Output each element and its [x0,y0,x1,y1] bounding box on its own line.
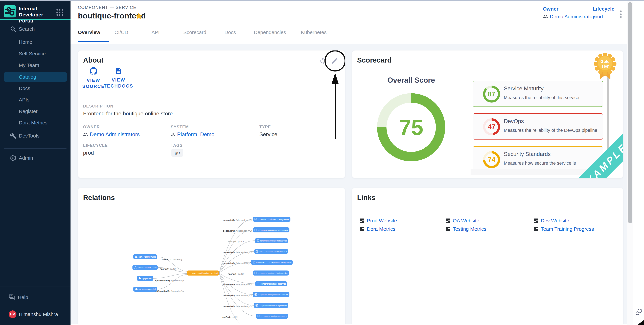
overall-score-label: Overall Score [378,76,445,84]
chat-bubbles-icon[interactable] [635,308,643,316]
graph-node-component-boutique-adservice[interactable]: component:boutique-adservice [255,281,287,286]
sidebar-item-self-service[interactable]: Self Service [0,49,70,58]
link-team-training-progress[interactable]: Team Training Progress [533,226,594,232]
tab-overview[interactable]: Overview [78,29,100,35]
graph-node-component-boutique-shippingservice[interactable]: component:boutique-shippingservice [253,271,289,276]
metric-name: Service Maturity [504,85,544,92]
graph-node-api-starwars-graphql[interactable]: api:starwars-graphql [133,287,157,292]
svg-text:component:boutique-loadgenerat: component:boutique-loadgenerator [259,304,287,307]
graph-node-component-boutique-currencyservice[interactable]: component:boutique-currencyservice [253,217,290,222]
lifecycle-field-value: prod [83,150,94,156]
section-divider [4,148,66,149]
relations-graph[interactable]: ownerOf / ownedByhasPart / partOfapiProv… [78,188,345,324]
app-title: Internal Developer Portal [19,6,56,24]
view-techdocs-button[interactable]: VIEWTECHDOCS [100,67,137,89]
breadcrumb: COMPONENT — SERVICE [78,5,136,10]
link-dora-metrics[interactable]: Dora Metrics [360,226,395,232]
metric-name: Security Standards [504,151,551,157]
graph-node-component-bouticue-procuctcatalogservice[interactable]: component:bouticue-procuctcatalogservice [251,260,292,265]
lifecycle-value: prod [593,14,603,19]
scorecard-title: Scorecard [357,56,392,64]
user-menu[interactable]: HM Himanshu Mishra [0,310,70,319]
app-logo[interactable] [4,5,16,17]
tab-ci-cd[interactable]: CI/CD [114,29,128,35]
metric-card-service-maturity[interactable]: 87Service MaturityMeasures the reliabili… [472,81,603,107]
svg-text:74: 74 [488,156,496,163]
tab-docs[interactable]: Docs [224,29,236,35]
sidebar-item-docs[interactable]: Docs [0,84,70,93]
page-scrollbar[interactable] [627,1,633,325]
sidebar-item-admin[interactable]: Admin [0,153,70,163]
svg-text:hasPart / partOf: hasPart / partOf [228,240,244,243]
sidebar-item-devtools[interactable]: DevTools [0,131,70,141]
sidebar-accent-divider [0,19,70,20]
sidebar-item-home[interactable]: Home [0,37,70,47]
tab-scorecard[interactable]: Scorecard [183,29,206,35]
refresh-icon[interactable] [319,57,326,64]
group-icon [83,132,88,137]
description-value: Frontend for the boutique online store [83,110,173,117]
graph-node-component-boutique-redisservice[interactable]: component:boutique-redisservice [255,238,288,243]
favorite-star-icon[interactable] [135,12,143,20]
tag-chip[interactable]: go [172,149,183,157]
header-lifecycle: Lifecycle prod [593,6,614,19]
edit-pencil-icon[interactable] [331,57,338,64]
type-field-label: TYPE [260,125,271,129]
graph-node-system-Platform-Demo[interactable]: system:Platform_Demo [132,265,158,270]
system-field-label: SYSTEM [171,125,189,129]
tab-dependencies[interactable]: Dependencies [254,29,286,35]
svg-text:Demo Administrators: Demo Administrators [138,256,156,258]
graph-node-component-boutique-loadgenerator[interactable]: component:boutique-loadgenerator [254,303,288,308]
owner-field-link[interactable]: Demo Administrators [83,131,140,137]
more-menu-button[interactable] [617,9,624,19]
sidebar-item-my-team[interactable]: My Team [0,60,70,70]
lifecycle-field-label: LIFECYCLE [83,143,108,148]
active-tab-underline [78,41,109,42]
graph-node-component-boutique-frontend[interactable]: component:boutique-frontend [187,271,219,276]
graph-node-component-boutique-checkoutservice[interactable]: component:boutique-checkoutservice [253,292,290,297]
github-icon [90,67,97,75]
sidebar-item-dora-metrics[interactable]: Dora Metrics [0,118,70,127]
apps-grid-icon[interactable] [56,9,63,16]
svg-text:?: ? [10,295,12,297]
svg-text:component:boutique-checkoutser: component:boutique-checkoutservice [258,294,288,296]
link-testing-metrics[interactable]: Testing Metrics [446,226,486,232]
links-card: Links Prod WebsiteQA WebsiteDev WebsiteD… [352,188,623,324]
metric-card-devops[interactable]: 47DevOpsMeasures the reliability of the … [472,113,603,140]
svg-text:ownerOf / ownedBy: ownerOf / ownedBy [162,258,182,261]
sidebar-item-apis[interactable]: APIs [0,95,70,104]
graph-node-component-boutique-emailservice[interactable]: component:boutique-emailservice [254,249,288,254]
gear-icon [10,155,16,161]
svg-text:api:petstore: api:petstore [142,277,152,280]
metric-description: Measures the reliability of this service [504,95,579,100]
metric-description: Measures the reliability of the DevOps p… [504,128,597,133]
graph-node-component-boutique-cartservice[interactable]: component:boutique-cartservice [256,314,288,319]
link-qa-website[interactable]: QA Website [446,218,479,224]
sidebar-item-help[interactable]: ? Help [0,293,70,302]
sidebar-item-catalog[interactable]: Catalog [4,72,67,82]
help-chat-icon: ? [8,294,15,301]
graph-node-api-petstore[interactable]: api:petstore [137,276,153,281]
svg-text:component:boutique-paymentserv: component:boutique-paymentservice [258,229,288,231]
entity-header: COMPONENT — SERVICE boutique-frontend Ow… [70,1,627,44]
sidebar-item-register[interactable]: Register [0,107,70,116]
svg-text:dependsOn / dependencyOf: dependsOn / dependencyOf [223,294,252,297]
tab-kubernetes[interactable]: Kubernetes [301,29,326,35]
svg-text:75: 75 [399,115,424,140]
search-icon [10,26,16,32]
tab-api[interactable]: API [152,29,160,35]
graph-node-component-boutique-paymentservice[interactable]: component:boutique-paymentservice [253,227,290,232]
svg-text:component:bouticue-procuctcata: component:bouticue-procuctcatalogservice [256,261,292,264]
svg-text:dependsOn / dependencyOf: dependsOn / dependencyOf [223,262,252,265]
owner-link[interactable]: Demo Administrators [543,14,596,19]
search-input[interactable]: Search [0,24,70,34]
scrollbar-thumb[interactable] [628,2,632,223]
dashboard-icon [533,227,538,232]
svg-text:component:boutique-redisservic: component:boutique-redisservice [260,240,287,242]
graph-node-Demo-Administrators[interactable]: Demo Administrators [133,254,157,259]
footer-divider [0,286,70,287]
link-dev-website[interactable]: Dev Website [533,218,569,224]
metric-card-security-standards[interactable]: 74Security StandardsMeasures how secure … [472,146,603,172]
system-field-link[interactable]: Platform_Demo [171,131,214,137]
link-prod-website[interactable]: Prod Website [360,218,397,224]
